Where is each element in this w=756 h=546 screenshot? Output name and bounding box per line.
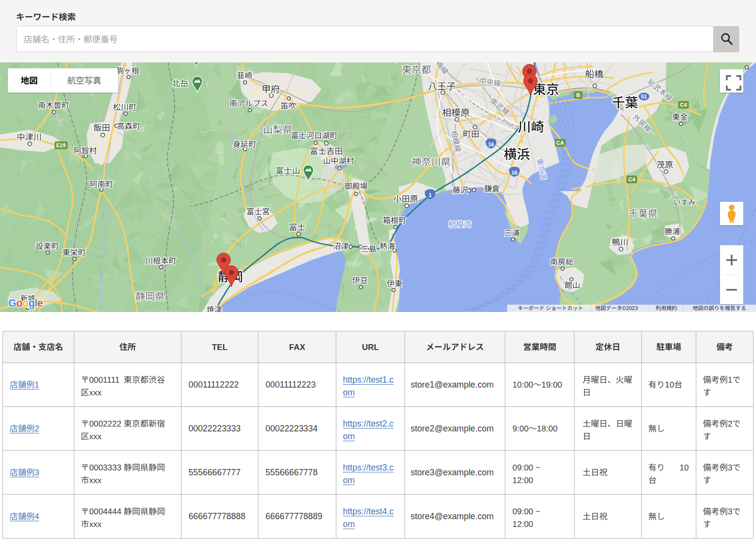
svg-text:URL: URL bbox=[362, 343, 379, 352]
svg-text:4: 4 bbox=[35, 512, 39, 521]
svg-text:e: e bbox=[38, 297, 43, 309]
svg-text:10: 10 bbox=[680, 463, 689, 472]
svg-text:0004444: 0004444 bbox=[89, 507, 121, 516]
svg-text:10: 10 bbox=[665, 380, 674, 390]
svg-text:09:00 ~: 09:00 ~ bbox=[512, 463, 540, 472]
svg-text:om: om bbox=[343, 475, 355, 485]
svg-text:16: 16 bbox=[511, 170, 517, 176]
svg-text:2: 2 bbox=[728, 419, 732, 429]
svg-text:g: g bbox=[29, 297, 35, 309]
svg-text:store2@example.com: store2@example.com bbox=[411, 424, 493, 433]
svg-text:FAX: FAX bbox=[289, 343, 305, 352]
svg-text:18:00: 18:00 bbox=[537, 424, 558, 433]
svg-text:00011112222: 00011112222 bbox=[189, 380, 239, 390]
svg-text:o: o bbox=[22, 297, 29, 309]
svg-text:https://test3.c: https://test3.c bbox=[343, 463, 394, 472]
svg-text:store4@example.com: store4@example.com bbox=[411, 511, 493, 521]
svg-text:C4: C4 bbox=[628, 176, 636, 182]
svg-text:00011112223: 00011112223 bbox=[265, 380, 316, 390]
svg-text:om: om bbox=[343, 431, 355, 441]
svg-text:09:00 ~: 09:00 ~ bbox=[512, 507, 540, 516]
svg-text:16: 16 bbox=[488, 141, 494, 147]
svg-text:9:00: 9:00 bbox=[512, 424, 529, 433]
svg-text:0001111: 0001111 bbox=[89, 375, 119, 385]
svg-text:19:00: 19:00 bbox=[542, 380, 563, 390]
svg-text:1: 1 bbox=[35, 380, 39, 390]
svg-text:0002222: 0002222 bbox=[89, 419, 121, 429]
svg-text:xxx: xxx bbox=[89, 432, 102, 441]
svg-text:0003333: 0003333 bbox=[89, 463, 121, 472]
svg-text:10:00: 10:00 bbox=[512, 380, 533, 390]
svg-text:666677778888: 666677778888 bbox=[189, 511, 246, 521]
svg-text:C4: C4 bbox=[680, 102, 687, 108]
svg-text:666677778889: 666677778889 bbox=[265, 511, 322, 521]
svg-text:CA: CA bbox=[556, 140, 564, 146]
svg-text:12:00: 12:00 bbox=[512, 476, 533, 485]
svg-text:00022223334: 00022223334 bbox=[265, 424, 318, 433]
svg-text:55566667777: 55566667777 bbox=[189, 468, 241, 477]
svg-text:xxx: xxx bbox=[89, 520, 102, 529]
svg-text:https://test1.c: https://test1.c bbox=[343, 375, 394, 385]
svg-text:51: 51 bbox=[641, 94, 647, 99]
svg-text:om: om bbox=[343, 519, 355, 529]
svg-text:00022223333: 00022223333 bbox=[189, 424, 241, 433]
svg-text:55566667778: 55566667778 bbox=[265, 468, 318, 477]
svg-text:1: 1 bbox=[728, 375, 732, 385]
svg-text:TEL: TEL bbox=[212, 343, 227, 352]
svg-text:2: 2 bbox=[35, 424, 39, 433]
svg-text:12:00: 12:00 bbox=[512, 520, 533, 529]
svg-text:store1@example.com: store1@example.com bbox=[411, 380, 493, 390]
svg-text:3: 3 bbox=[728, 463, 732, 472]
svg-text:©2023: ©2023 bbox=[622, 305, 638, 311]
svg-text:o: o bbox=[16, 297, 22, 309]
svg-text:https://test4.c: https://test4.c bbox=[343, 507, 394, 516]
svg-text:E19: E19 bbox=[56, 142, 66, 148]
svg-text:1: 1 bbox=[429, 192, 432, 198]
svg-text:xxx: xxx bbox=[89, 388, 102, 397]
svg-text:store3@example.com: store3@example.com bbox=[411, 468, 493, 477]
svg-text:xxx: xxx bbox=[89, 476, 102, 485]
svg-text:3: 3 bbox=[728, 507, 732, 516]
svg-text:3: 3 bbox=[35, 468, 39, 477]
svg-text:B: B bbox=[576, 92, 580, 98]
svg-text:https://test2.c: https://test2.c bbox=[343, 419, 394, 429]
svg-text:G: G bbox=[8, 297, 17, 309]
svg-text:om: om bbox=[343, 388, 355, 397]
